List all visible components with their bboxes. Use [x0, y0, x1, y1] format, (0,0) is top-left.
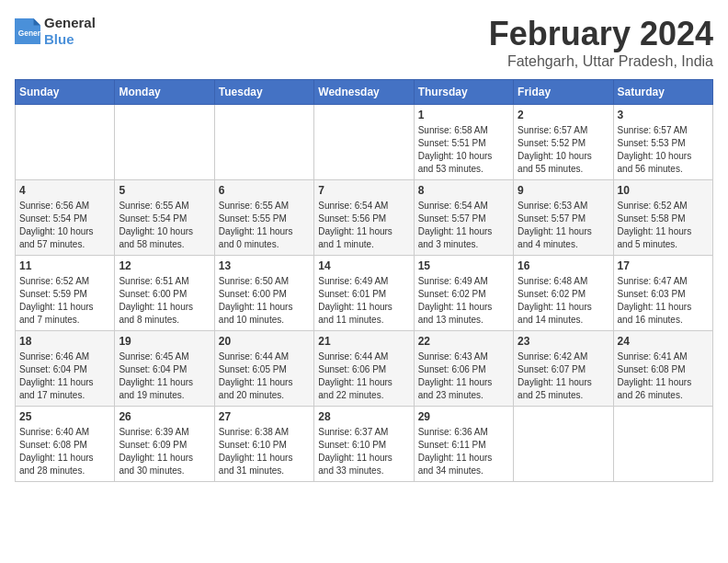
day-number: 28 [318, 410, 409, 423]
calendar-cell [314, 105, 414, 180]
day-info: Sunrise: 6:57 AM Sunset: 5:52 PM Dayligh… [518, 124, 609, 176]
day-number: 27 [219, 410, 310, 423]
calendar-cell: 22Sunrise: 6:43 AM Sunset: 6:06 PM Dayli… [414, 331, 513, 407]
day-number: 24 [618, 335, 709, 348]
logo-icon: General [15, 18, 40, 44]
day-number: 26 [119, 410, 210, 423]
calendar-cell: 13Sunrise: 6:50 AM Sunset: 6:00 PM Dayli… [214, 256, 313, 331]
weekday-header-thursday: Thursday [414, 80, 513, 105]
calendar-cell: 20Sunrise: 6:44 AM Sunset: 6:05 PM Dayli… [214, 331, 313, 407]
calendar-week-row-3: 11Sunrise: 6:52 AM Sunset: 5:59 PM Dayli… [16, 256, 713, 331]
day-info: Sunrise: 6:44 AM Sunset: 6:06 PM Dayligh… [318, 350, 409, 402]
day-info: Sunrise: 6:48 AM Sunset: 6:02 PM Dayligh… [518, 275, 609, 327]
day-number: 9 [518, 184, 609, 197]
logo: General General Blue [15, 15, 96, 48]
day-info: Sunrise: 6:52 AM Sunset: 5:58 PM Dayligh… [618, 200, 709, 251]
calendar-cell: 25Sunrise: 6:40 AM Sunset: 6:08 PM Dayli… [16, 407, 115, 482]
day-number: 1 [418, 109, 509, 121]
location-title: Fatehgarh, Uttar Pradesh, India [489, 53, 713, 70]
title-area: February 2024 Fatehgarh, Uttar Pradesh, … [489, 15, 713, 70]
day-number: 15 [418, 259, 509, 272]
calendar-cell: 8Sunrise: 6:54 AM Sunset: 5:57 PM Daylig… [414, 180, 513, 256]
day-info: Sunrise: 6:49 AM Sunset: 6:02 PM Dayligh… [418, 275, 509, 327]
day-number: 2 [518, 109, 609, 121]
weekday-header-tuesday: Tuesday [214, 80, 313, 105]
svg-text:General: General [18, 29, 40, 38]
month-title: February 2024 [489, 15, 713, 53]
day-info: Sunrise: 6:56 AM Sunset: 5:54 PM Dayligh… [19, 200, 110, 251]
calendar-cell: 12Sunrise: 6:51 AM Sunset: 6:00 PM Dayli… [115, 256, 214, 331]
day-info: Sunrise: 6:40 AM Sunset: 6:08 PM Dayligh… [19, 426, 110, 477]
day-info: Sunrise: 6:51 AM Sunset: 6:00 PM Dayligh… [119, 275, 210, 327]
day-info: Sunrise: 6:36 AM Sunset: 6:11 PM Dayligh… [418, 426, 509, 477]
day-info: Sunrise: 6:46 AM Sunset: 6:04 PM Dayligh… [19, 350, 110, 402]
day-info: Sunrise: 6:37 AM Sunset: 6:10 PM Dayligh… [318, 426, 409, 477]
calendar-cell: 26Sunrise: 6:39 AM Sunset: 6:09 PM Dayli… [115, 407, 214, 482]
day-number: 12 [119, 259, 210, 272]
day-number: 8 [418, 184, 509, 197]
logo-general: General [44, 15, 96, 30]
day-info: Sunrise: 6:55 AM Sunset: 5:54 PM Dayligh… [119, 200, 210, 251]
calendar-cell: 4Sunrise: 6:56 AM Sunset: 5:54 PM Daylig… [16, 180, 115, 256]
calendar-cell: 11Sunrise: 6:52 AM Sunset: 5:59 PM Dayli… [16, 256, 115, 331]
day-number: 23 [518, 335, 609, 348]
day-number: 29 [418, 410, 509, 423]
day-info: Sunrise: 6:54 AM Sunset: 5:57 PM Dayligh… [418, 200, 509, 251]
weekday-header-wednesday: Wednesday [314, 80, 414, 105]
day-info: Sunrise: 6:47 AM Sunset: 6:03 PM Dayligh… [618, 275, 709, 327]
day-info: Sunrise: 6:52 AM Sunset: 5:59 PM Dayligh… [19, 275, 110, 327]
day-info: Sunrise: 6:45 AM Sunset: 6:04 PM Dayligh… [119, 350, 210, 402]
day-number: 5 [119, 184, 210, 197]
calendar-cell: 16Sunrise: 6:48 AM Sunset: 6:02 PM Dayli… [514, 256, 613, 331]
logo-blue: Blue [44, 31, 74, 47]
day-info: Sunrise: 6:42 AM Sunset: 6:07 PM Dayligh… [518, 350, 609, 402]
day-info: Sunrise: 6:53 AM Sunset: 5:57 PM Dayligh… [518, 200, 609, 251]
calendar-cell: 1Sunrise: 6:58 AM Sunset: 5:51 PM Daylig… [414, 105, 513, 180]
day-info: Sunrise: 6:44 AM Sunset: 6:05 PM Dayligh… [219, 350, 310, 402]
calendar-cell: 9Sunrise: 6:53 AM Sunset: 5:57 PM Daylig… [514, 180, 613, 256]
day-info: Sunrise: 6:57 AM Sunset: 5:53 PM Dayligh… [618, 124, 709, 176]
calendar-cell: 28Sunrise: 6:37 AM Sunset: 6:10 PM Dayli… [314, 407, 414, 482]
weekday-header-monday: Monday [115, 80, 214, 105]
day-info: Sunrise: 6:50 AM Sunset: 6:00 PM Dayligh… [219, 275, 310, 327]
calendar-cell [514, 407, 613, 482]
day-number: 19 [119, 335, 210, 348]
day-info: Sunrise: 6:55 AM Sunset: 5:55 PM Dayligh… [219, 200, 310, 251]
day-number: 3 [618, 109, 709, 121]
calendar-cell: 14Sunrise: 6:49 AM Sunset: 6:01 PM Dayli… [314, 256, 414, 331]
calendar-cell: 29Sunrise: 6:36 AM Sunset: 6:11 PM Dayli… [414, 407, 513, 482]
calendar-cell: 23Sunrise: 6:42 AM Sunset: 6:07 PM Dayli… [514, 331, 613, 407]
calendar-cell [214, 105, 313, 180]
page-header: General General Blue February 2024 Fateh… [15, 15, 713, 70]
calendar-cell: 6Sunrise: 6:55 AM Sunset: 5:55 PM Daylig… [214, 180, 313, 256]
day-number: 13 [219, 259, 310, 272]
day-number: 21 [318, 335, 409, 348]
day-number: 25 [19, 410, 110, 423]
calendar-cell: 2Sunrise: 6:57 AM Sunset: 5:52 PM Daylig… [514, 105, 613, 180]
day-number: 22 [418, 335, 509, 348]
day-number: 20 [219, 335, 310, 348]
calendar-cell: 21Sunrise: 6:44 AM Sunset: 6:06 PM Dayli… [314, 331, 414, 407]
calendar-cell [613, 407, 712, 482]
day-info: Sunrise: 6:38 AM Sunset: 6:10 PM Dayligh… [219, 426, 310, 477]
calendar-cell: 17Sunrise: 6:47 AM Sunset: 6:03 PM Dayli… [613, 256, 712, 331]
day-number: 4 [19, 184, 110, 197]
calendar-table: SundayMondayTuesdayWednesdayThursdayFrid… [15, 79, 713, 482]
calendar-week-row-4: 18Sunrise: 6:46 AM Sunset: 6:04 PM Dayli… [16, 331, 713, 407]
calendar-week-row-1: 1Sunrise: 6:58 AM Sunset: 5:51 PM Daylig… [16, 105, 713, 180]
day-number: 7 [318, 184, 409, 197]
calendar-cell [115, 105, 214, 180]
day-number: 6 [219, 184, 310, 197]
day-info: Sunrise: 6:54 AM Sunset: 5:56 PM Dayligh… [318, 200, 409, 251]
weekday-header-sunday: Sunday [16, 80, 115, 105]
day-info: Sunrise: 6:41 AM Sunset: 6:08 PM Dayligh… [618, 350, 709, 402]
day-number: 17 [618, 259, 709, 272]
calendar-cell: 24Sunrise: 6:41 AM Sunset: 6:08 PM Dayli… [613, 331, 712, 407]
day-number: 10 [618, 184, 709, 197]
calendar-cell: 27Sunrise: 6:38 AM Sunset: 6:10 PM Dayli… [214, 407, 313, 482]
calendar-cell: 15Sunrise: 6:49 AM Sunset: 6:02 PM Dayli… [414, 256, 513, 331]
day-number: 16 [518, 259, 609, 272]
svg-marker-1 [34, 18, 40, 25]
calendar-cell: 10Sunrise: 6:52 AM Sunset: 5:58 PM Dayli… [613, 180, 712, 256]
calendar-cell [16, 105, 115, 180]
